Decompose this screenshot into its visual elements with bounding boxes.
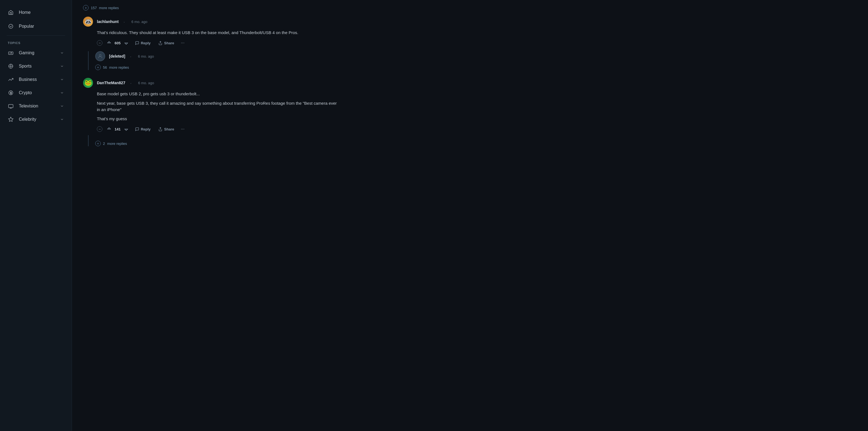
sidebar: Home Popular TOPICS Gaming: [0, 0, 72, 431]
sidebar-section-label: TOPICS: [0, 38, 72, 46]
gaming-label: Gaming: [19, 50, 34, 55]
svg-point-0: [9, 24, 13, 29]
comment-dantheman-header: 🐸 DanTheMan827 · 6 mo. ago: [83, 78, 338, 88]
collapse-btn-lachlanhunt[interactable]: −: [97, 40, 102, 46]
collapse-btn-dantheman[interactable]: −: [97, 126, 102, 132]
comment-lachlanhunt-time: 6 mo. ago: [131, 20, 148, 24]
sidebar-item-popular[interactable]: Popular: [0, 19, 72, 33]
dantheman-body-line1: Base model gets USB 2, pro gets usb 3 or…: [97, 91, 338, 97]
comment-deleted-username: [deleted]: [109, 54, 125, 58]
svg-point-9: [99, 55, 101, 57]
more-btn-dantheman[interactable]: ···: [179, 125, 187, 133]
television-label: Television: [19, 104, 38, 109]
sidebar-item-business[interactable]: Business: [0, 73, 72, 86]
share-btn-lachlanhunt[interactable]: Share: [155, 39, 178, 47]
svg-point-3: [11, 52, 11, 53]
sidebar-item-sports[interactable]: Sports: [0, 60, 72, 73]
comment-lachlanhunt: 🦝 lachlanhunt · 6 mo. ago That's ridicul…: [83, 17, 338, 70]
sports-label: Sports: [19, 64, 32, 69]
reply-btn-lachlanhunt[interactable]: Reply: [132, 39, 154, 47]
popular-icon: [8, 23, 14, 29]
upvote-btn-dantheman[interactable]: [104, 125, 114, 133]
top-more-replies-icon: +: [83, 5, 89, 10]
downvote-btn-dantheman[interactable]: [122, 125, 131, 133]
comment-dantheman-body: Base model gets USB 2, pro gets usb 3 or…: [83, 91, 338, 122]
sidebar-item-home[interactable]: Home: [0, 5, 72, 19]
comment-lachlanhunt-actions: − 605 Reply Share ···: [83, 39, 338, 47]
gaming-chevron-icon: [60, 51, 64, 55]
sidebar-item-gaming[interactable]: Gaming: [0, 46, 72, 60]
sidebar-home-label: Home: [19, 10, 31, 15]
television-chevron-icon: [60, 104, 64, 108]
sidebar-item-crypto[interactable]: Crypto: [0, 86, 72, 99]
crypto-icon: [8, 90, 14, 96]
comment-deleted-header: [deleted] · 6 mo. ago: [95, 51, 338, 61]
svg-marker-7: [8, 117, 13, 122]
crypto-label: Crypto: [19, 90, 32, 95]
comment-dantheman: 🐸 DanTheMan827 · 6 mo. ago Base model ge…: [83, 78, 338, 146]
avatar-lachlanhunt: 🦝: [83, 17, 93, 27]
business-icon: [8, 77, 14, 83]
svg-rect-6: [8, 105, 13, 108]
comment-deleted-time: 6 mo. ago: [138, 54, 154, 58]
comment-dantheman-username[interactable]: DanTheMan827: [97, 81, 125, 85]
nested-more-replies[interactable]: + 56 more replies: [95, 64, 338, 70]
gaming-icon: [8, 50, 14, 56]
dantheman-body-line3: That's my guess: [97, 115, 338, 122]
nested-comment-deleted: [deleted] · 6 mo. ago + 56 more replies: [88, 51, 338, 70]
vote-score-dantheman: 141: [115, 127, 121, 131]
avatar-dantheman: 🐸: [83, 78, 93, 88]
downvote-btn-lachlanhunt[interactable]: [122, 39, 131, 47]
upvote-btn-lachlanhunt[interactable]: [104, 39, 114, 47]
comment-lachlanhunt-body: That's ridiculous. They should at least …: [83, 29, 338, 36]
nested-more-replies-label: more replies: [109, 65, 129, 69]
celebrity-chevron-icon: [60, 117, 64, 121]
sidebar-divider: [7, 35, 65, 36]
svg-point-5: [9, 91, 13, 95]
svg-rect-1: [8, 52, 13, 55]
comment-lachlanhunt-username[interactable]: lachlanhunt: [97, 19, 119, 24]
dantheman-more-replies-label: more replies: [107, 142, 127, 146]
celebrity-icon: [8, 116, 14, 122]
comment-dantheman-actions: − 141 Reply Share ···: [83, 125, 338, 133]
dantheman-more-replies-icon: +: [95, 141, 101, 146]
top-more-replies[interactable]: + 157 more replies: [83, 0, 338, 17]
vote-score-lachlanhunt: 605: [115, 41, 121, 45]
sidebar-item-celebrity[interactable]: Celebrity: [0, 113, 72, 126]
crypto-chevron-icon: [60, 91, 64, 95]
main-content: + 157 more replies 🦝 lachlanhunt · 6 mo.…: [72, 0, 349, 431]
celebrity-label: Celebrity: [19, 117, 36, 122]
sports-icon: [8, 63, 14, 69]
dantheman-more-replies[interactable]: + 2 more replies: [88, 135, 338, 146]
business-label: Business: [19, 77, 37, 82]
dantheman-more-replies-count: 2: [103, 142, 105, 146]
avatar-deleted: [95, 51, 105, 61]
dantheman-body-line2: Next year, base gets USB 3, they call it…: [97, 100, 338, 113]
television-icon: [8, 103, 14, 109]
top-more-replies-label: more replies: [99, 6, 119, 10]
nested-more-replies-icon: +: [95, 64, 101, 70]
sidebar-popular-label: Popular: [19, 24, 34, 29]
sports-chevron-icon: [60, 64, 64, 68]
nested-more-replies-count: 56: [103, 65, 107, 69]
reply-btn-dantheman[interactable]: Reply: [132, 126, 154, 133]
business-chevron-icon: [60, 78, 64, 81]
top-more-replies-count: 157: [91, 6, 97, 10]
share-btn-dantheman[interactable]: Share: [155, 126, 178, 133]
comment-lachlanhunt-header: 🦝 lachlanhunt · 6 mo. ago: [83, 17, 338, 27]
comment-dantheman-time: 6 mo. ago: [138, 81, 154, 85]
home-icon: [8, 9, 14, 16]
more-btn-lachlanhunt[interactable]: ···: [179, 39, 187, 47]
sidebar-item-television[interactable]: Television: [0, 99, 72, 113]
